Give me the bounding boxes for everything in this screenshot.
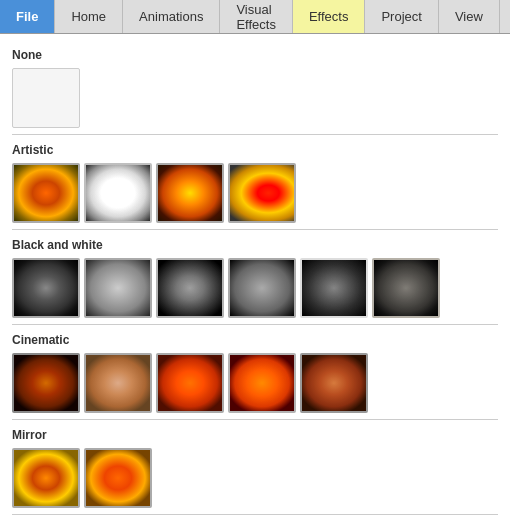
tab-home[interactable]: Home bbox=[55, 0, 123, 33]
effect-bw-4[interactable] bbox=[228, 258, 296, 318]
tab-animations[interactable]: Animations bbox=[123, 0, 220, 33]
tab-effects[interactable]: Effects bbox=[293, 0, 366, 33]
tab-project-label: Project bbox=[381, 9, 421, 24]
artistic-thumbnails bbox=[12, 163, 498, 223]
cinematic-thumbnails bbox=[12, 353, 498, 413]
effect-artistic-4[interactable] bbox=[228, 163, 296, 223]
divider-bw bbox=[12, 229, 498, 230]
tab-project[interactable]: Project bbox=[365, 0, 438, 33]
tab-visual-effects-label: Visual Effects bbox=[236, 2, 276, 32]
divider-mirror bbox=[12, 419, 498, 420]
tab-animations-label: Animations bbox=[139, 9, 203, 24]
effect-bw-6[interactable] bbox=[372, 258, 440, 318]
effect-cin-3[interactable] bbox=[156, 353, 224, 413]
effect-none[interactable] bbox=[12, 68, 80, 128]
section-none-label: None bbox=[12, 48, 498, 62]
effect-cin-5[interactable] bbox=[300, 353, 368, 413]
tab-file-label: File bbox=[16, 9, 38, 24]
divider-motions bbox=[12, 514, 498, 515]
tab-visual-effects[interactable]: Visual Effects bbox=[220, 0, 293, 33]
effect-cin-2[interactable] bbox=[84, 353, 152, 413]
tab-edit[interactable]: Edit bbox=[500, 0, 510, 33]
section-cinematic-label: Cinematic bbox=[12, 333, 498, 347]
effect-cin-1[interactable] bbox=[12, 353, 80, 413]
tab-view[interactable]: View bbox=[439, 0, 500, 33]
tab-bar: File Home Animations Visual Effects Effe… bbox=[0, 0, 510, 34]
effect-bw-3[interactable] bbox=[156, 258, 224, 318]
mirror-thumbnails bbox=[12, 448, 498, 508]
divider-artistic bbox=[12, 134, 498, 135]
effect-cin-4[interactable] bbox=[228, 353, 296, 413]
effect-bw-5[interactable] bbox=[300, 258, 368, 318]
section-bw-label: Black and white bbox=[12, 238, 498, 252]
bw-thumbnails bbox=[12, 258, 498, 318]
tab-view-label: View bbox=[455, 9, 483, 24]
effect-mirror-2[interactable] bbox=[84, 448, 152, 508]
none-thumbnails bbox=[12, 68, 498, 128]
effect-bw-1[interactable] bbox=[12, 258, 80, 318]
effects-panel: None Artistic Black and white Cinematic … bbox=[0, 34, 510, 525]
tab-file[interactable]: File bbox=[0, 0, 55, 33]
tab-effects-label: Effects bbox=[309, 9, 349, 24]
section-artistic-label: Artistic bbox=[12, 143, 498, 157]
tab-home-label: Home bbox=[71, 9, 106, 24]
effect-artistic-1[interactable] bbox=[12, 163, 80, 223]
effect-bw-2[interactable] bbox=[84, 258, 152, 318]
effect-artistic-2[interactable] bbox=[84, 163, 152, 223]
effect-mirror-1[interactable] bbox=[12, 448, 80, 508]
effect-artistic-3[interactable] bbox=[156, 163, 224, 223]
section-mirror-label: Mirror bbox=[12, 428, 498, 442]
divider-cinematic bbox=[12, 324, 498, 325]
